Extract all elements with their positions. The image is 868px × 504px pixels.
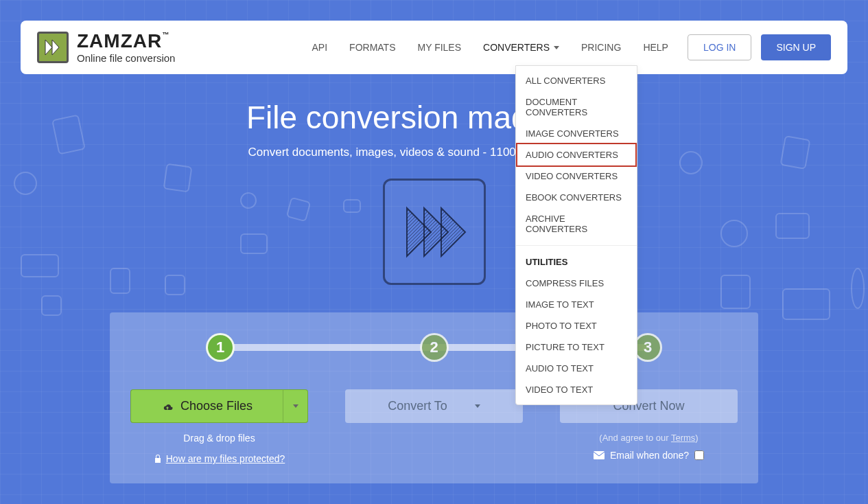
choose-files-label: Choose Files — [180, 399, 253, 413]
nav-help[interactable]: HELP — [633, 36, 678, 58]
dropdown-item-audio[interactable]: AUDIO CONVERTERS — [516, 143, 637, 167]
nav-pricing[interactable]: PRICING — [572, 36, 631, 58]
logo-text: ZAMZAR™ Online file conversion — [77, 32, 175, 64]
dropdown-utilities-header: UTILITIES — [516, 251, 637, 273]
hero-subtitle: Convert documents, images, videos & soun… — [0, 146, 868, 159]
dropdown-util-audio-to-text[interactable]: AUDIO TO TEXT — [516, 358, 637, 379]
choose-files-col: Choose Files Drag & drop files How are m… — [130, 389, 308, 464]
nav-api[interactable]: API — [303, 36, 338, 58]
step-3: 3 — [633, 333, 662, 362]
drag-drop-hint: Drag & drop files — [183, 433, 255, 444]
terms-suffix: ) — [695, 433, 698, 443]
files-protected-text: How are my files protected? — [166, 453, 285, 464]
signup-button[interactable]: SIGN UP — [761, 34, 831, 60]
nav-converters-label: CONVERTERS — [483, 42, 550, 53]
nav-myfiles[interactable]: MY FILES — [408, 36, 471, 58]
nav-formats[interactable]: FORMATS — [340, 36, 405, 58]
trademark: ™ — [162, 31, 169, 38]
step-1: 1 — [206, 333, 235, 362]
dropdown-item-video[interactable]: VIDEO CONVERTERS — [516, 165, 637, 187]
lock-icon — [154, 454, 162, 463]
chevron-down-icon — [554, 46, 559, 49]
brand-name: ZAMZAR — [77, 30, 162, 51]
hero: File conversion made easy Convert docume… — [0, 99, 868, 285]
dropdown-item-all[interactable]: ALL CONVERTERS — [516, 70, 637, 91]
choose-files-button[interactable]: Choose Files — [130, 389, 283, 423]
email-when-done: Email when done? — [594, 450, 704, 461]
email-label: Email when done? — [610, 450, 689, 461]
step-2: 2 — [420, 333, 449, 362]
nav-converters[interactable]: CONVERTERS — [473, 36, 569, 58]
svg-rect-0 — [594, 451, 605, 459]
hero-title: File conversion made easy — [0, 99, 868, 136]
dropdown-util-picture-to-text[interactable]: PICTURE TO TEXT — [516, 336, 637, 358]
choose-files-caret-button[interactable] — [283, 389, 308, 423]
hero-logo-icon — [383, 179, 486, 285]
login-button[interactable]: LOG IN — [688, 34, 751, 60]
steps-panel: 1 2 3 Choose Files Drag & drop files How… — [110, 312, 758, 483]
cloud-upload-icon — [161, 402, 174, 411]
email-icon — [594, 451, 605, 459]
dropdown-util-compress[interactable]: COMPRESS FILES — [516, 273, 637, 294]
choose-files-button-group: Choose Files — [130, 389, 308, 423]
main-nav: API FORMATS MY FILES CONVERTERS PRICING … — [303, 34, 831, 60]
brand-tagline: Online file conversion — [77, 52, 175, 64]
dropdown-util-photo-to-text[interactable]: PHOTO TO TEXT — [516, 315, 637, 336]
dropdown-divider — [516, 245, 637, 246]
terms-hint: (And agree to our Terms) — [599, 433, 698, 443]
terms-prefix: (And agree to our — [599, 433, 671, 443]
dropdown-item-ebook[interactable]: EBOOK CONVERTERS — [516, 187, 637, 208]
convert-to-select[interactable]: Convert To — [345, 389, 523, 423]
header: ZAMZAR™ Online file conversion API FORMA… — [21, 21, 847, 74]
dropdown-util-video-to-text[interactable]: VIDEO TO TEXT — [516, 379, 637, 400]
dropdown-util-image-to-text[interactable]: IMAGE TO TEXT — [516, 294, 637, 315]
chevron-down-icon — [475, 404, 480, 408]
dropdown-item-archive[interactable]: ARCHIVE CONVERTERS — [516, 208, 637, 240]
convert-to-label: Convert To — [388, 399, 447, 413]
dropdown-item-document[interactable]: DOCUMENT CONVERTERS — [516, 91, 637, 123]
files-protected-link[interactable]: How are my files protected? — [154, 453, 285, 464]
logo-icon — [37, 32, 69, 63]
convert-to-col: Convert To — [345, 389, 523, 464]
terms-link[interactable]: Terms — [671, 433, 695, 443]
email-checkbox[interactable] — [694, 450, 704, 460]
actions-row: Choose Files Drag & drop files How are m… — [130, 389, 738, 464]
converters-dropdown: ALL CONVERTERS DOCUMENT CONVERTERS IMAGE… — [515, 65, 637, 405]
dropdown-item-image[interactable]: IMAGE CONVERTERS — [516, 123, 637, 144]
chevron-down-icon — [293, 404, 298, 408]
